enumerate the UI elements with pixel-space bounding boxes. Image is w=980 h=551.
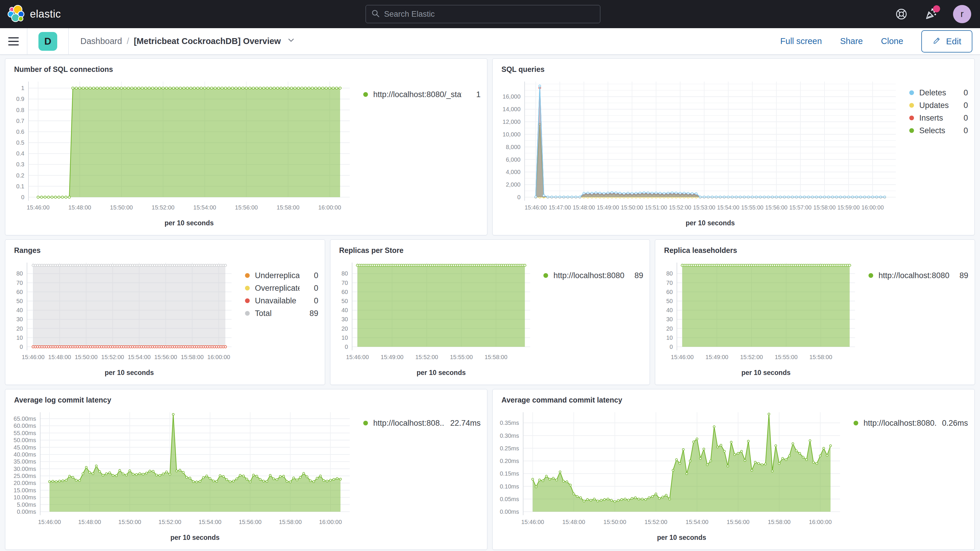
legend-dot [245, 273, 250, 278]
news-party-popper-icon[interactable] [924, 7, 938, 21]
legend-item[interactable]: http://localhost:808...22.74ms [363, 417, 480, 429]
dashboard-app-badge[interactable]: D [27, 28, 68, 54]
svg-text:35.00ms: 35.00ms [13, 458, 36, 465]
svg-text:0.10ms: 0.10ms [500, 483, 519, 490]
svg-text:30: 30 [667, 316, 673, 322]
svg-text:15:52:00: 15:52:00 [158, 519, 181, 525]
svg-text:15:46:00: 15:46:00 [27, 204, 49, 211]
legend-item[interactable]: http://localhost:8080/_sta...89 [543, 270, 643, 281]
breadcrumb-separator: / [127, 37, 129, 46]
legend-item[interactable]: Underreplicated0 [245, 270, 318, 281]
global-search[interactable] [366, 5, 600, 23]
svg-text:20: 20 [16, 325, 23, 332]
legend-value: 0 [955, 88, 968, 97]
clone-button[interactable]: Clone [881, 37, 904, 46]
svg-text:80: 80 [341, 270, 348, 277]
search-input[interactable] [384, 10, 595, 19]
legend-label: Underreplicated [255, 271, 299, 280]
edit-button[interactable]: Edit [921, 30, 972, 53]
svg-text:10: 10 [667, 334, 673, 341]
share-button[interactable]: Share [840, 37, 862, 46]
legend-item[interactable]: http://localhost:8080...0.26ms [854, 417, 968, 429]
svg-text:50: 50 [667, 298, 673, 304]
legend-item[interactable]: http://localhost:8080/_stat...1 [363, 89, 480, 100]
svg-text:0: 0 [20, 344, 23, 350]
svg-text:50: 50 [341, 298, 348, 304]
svg-text:0.6: 0.6 [16, 129, 24, 135]
legend-label: Updates [919, 101, 949, 110]
chevron-down-icon[interactable] [287, 37, 295, 46]
chart-plot[interactable]: 0102030405060708015:46:0015:49:0015:52:0… [332, 258, 534, 384]
chart-plot[interactable]: 00.10.20.30.40.50.60.70.80.9115:46:0015:… [6, 77, 354, 234]
legend-value: 0 [305, 271, 318, 280]
svg-text:12,000: 12,000 [503, 118, 520, 125]
svg-text:15:57:00: 15:57:00 [789, 204, 811, 211]
svg-text:2,000: 2,000 [506, 181, 520, 188]
svg-text:15:58:00: 15:58:00 [181, 354, 204, 360]
legend-item[interactable]: Deletes0 [909, 87, 968, 99]
svg-text:40.00ms: 40.00ms [13, 451, 36, 458]
panel-title: Average command commit latency [493, 389, 974, 404]
svg-text:15:48:00: 15:48:00 [68, 204, 91, 211]
legend-item[interactable]: Overreplicated0 [245, 282, 318, 294]
svg-text:16:00:00: 16:00:00 [207, 354, 230, 360]
page-title[interactable]: [Metricbeat CockroachDB] Overview [134, 37, 281, 46]
svg-text:0: 0 [670, 344, 673, 350]
svg-text:15:58:00: 15:58:00 [768, 519, 791, 525]
svg-text:30: 30 [341, 316, 348, 322]
legend-value: 0.26ms [942, 419, 968, 428]
legend-item[interactable]: Updates0 [909, 99, 968, 111]
chart-plot[interactable]: 0102030405060708015:46:0015:49:0015:52:0… [656, 258, 859, 384]
svg-text:15:50:00: 15:50:00 [621, 204, 643, 211]
panel-title: Replicas per Store [330, 240, 650, 255]
chart-legend: http://localhost:808...22.74ms [363, 417, 480, 429]
svg-text:15:50:00: 15:50:00 [603, 519, 627, 525]
series-unavailable [32, 346, 226, 348]
help-lifebuoy-icon[interactable] [894, 7, 908, 21]
svg-text:50.00ms: 50.00ms [13, 437, 36, 443]
legend-item[interactable]: http://localhost:8080/_sta...89 [869, 270, 968, 281]
svg-text:15:46:00: 15:46:00 [22, 354, 45, 360]
chart-plot[interactable]: 0.00ms0.05ms0.10ms0.15ms0.20ms0.25ms0.30… [494, 408, 844, 548]
svg-text:60: 60 [341, 289, 348, 295]
svg-text:30.00ms: 30.00ms [13, 466, 36, 472]
svg-text:10,000: 10,000 [503, 131, 520, 138]
svg-text:15:59:00: 15:59:00 [837, 204, 860, 211]
legend-item[interactable]: Selects0 [909, 125, 968, 137]
menu-button[interactable] [0, 28, 27, 54]
chart-legend: http://localhost:8080/_stat...1 [363, 89, 480, 100]
legend-label: http://localhost:808... [373, 419, 444, 428]
panel-title: SQL queries [493, 59, 974, 74]
svg-text:15:52:00: 15:52:00 [740, 354, 763, 360]
svg-text:20: 20 [341, 325, 348, 332]
legend-label: Selects [919, 126, 949, 135]
svg-text:15:54:00: 15:54:00 [717, 204, 740, 211]
elastic-logo-icon[interactable] [8, 5, 25, 23]
legend-item[interactable]: Inserts0 [909, 112, 968, 124]
svg-text:15:52:00: 15:52:00 [101, 354, 124, 360]
svg-text:10: 10 [16, 334, 23, 341]
series-deletes [535, 85, 886, 198]
svg-text:15:52:00: 15:52:00 [152, 204, 175, 211]
svg-text:0.00ms: 0.00ms [17, 508, 36, 515]
svg-text:8,000: 8,000 [506, 144, 520, 150]
full-screen-button[interactable]: Full screen [780, 37, 822, 46]
legend-dot [854, 421, 858, 425]
chart-plot[interactable]: 02,0004,0006,0008,00010,00012,00014,0001… [494, 77, 900, 234]
panel-replica-leaseholders: Replica leaseholders 0102030405060708015… [655, 239, 975, 385]
svg-text:15:54:00: 15:54:00 [686, 519, 709, 525]
chart-plot[interactable]: 0102030405060708015:46:0015:48:0015:50:0… [6, 258, 235, 384]
breadcrumb-dashboard[interactable]: Dashboard [80, 37, 122, 46]
svg-text:50: 50 [16, 298, 23, 304]
user-avatar[interactable]: r [953, 5, 971, 23]
svg-text:45.00ms: 45.00ms [13, 444, 36, 451]
legend-label: Overreplicated [255, 284, 299, 293]
series-inserts [535, 87, 886, 198]
chart-plot[interactable]: 0.00ms5.00ms10.00ms15.00ms20.00ms25.00ms… [6, 408, 354, 548]
legend-item[interactable]: Unavailable0 [245, 295, 318, 307]
svg-text:0.7: 0.7 [16, 118, 24, 124]
svg-text:15:48:00: 15:48:00 [48, 354, 71, 360]
svg-text:40: 40 [16, 307, 23, 313]
legend-item[interactable]: Total89 [245, 307, 318, 319]
svg-text:14,000: 14,000 [503, 106, 520, 112]
